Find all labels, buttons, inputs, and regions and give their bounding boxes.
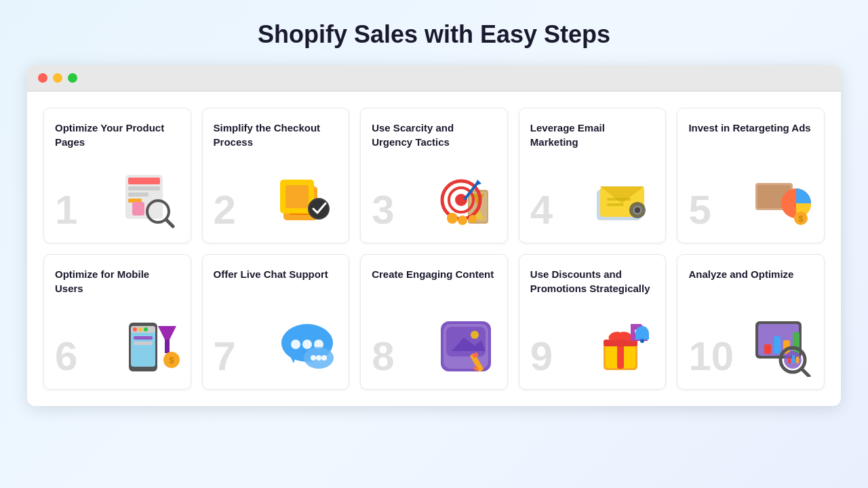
card-number-9: 9 (530, 336, 553, 377)
card-title-8: Create Engaging Content (372, 267, 496, 281)
card-number-8: 8 (372, 336, 394, 377)
svg-rect-86 (792, 355, 795, 363)
svg-point-64 (471, 331, 479, 339)
svg-point-25 (469, 215, 477, 223)
svg-marker-22 (475, 180, 481, 186)
card-number-10: 10 (688, 336, 734, 377)
svg-rect-30 (607, 203, 624, 206)
card-bottom-10: 10 (688, 309, 813, 377)
card-number-4: 4 (530, 190, 553, 230)
svg-point-76 (640, 339, 644, 343)
svg-rect-79 (764, 344, 771, 354)
page-title: Shopify Sales with Easy Steps (258, 20, 610, 49)
svg-point-44 (144, 327, 148, 331)
card-5: Invest in Retargeting Ads 5 $ (677, 108, 825, 243)
card-title-3: Use Scarcity and Urgency Tactics (372, 121, 496, 149)
traffic-light-green[interactable] (68, 73, 77, 83)
svg-point-53 (302, 340, 312, 349)
card-4: Leverage Email Marketing 4 (519, 108, 667, 243)
card-bottom-3: 3 (372, 163, 496, 230)
card-icon-10 (752, 316, 813, 377)
svg-point-58 (316, 355, 321, 361)
browser-window: Optimize Your Product Pages 1 Simplify t… (27, 65, 841, 406)
card-number-1: 1 (55, 190, 77, 230)
svg-point-42 (133, 327, 137, 331)
card-bottom-4: 4 (530, 163, 655, 230)
browser-toolbar (27, 65, 841, 92)
svg-rect-2 (128, 186, 160, 190)
svg-point-43 (138, 327, 142, 331)
svg-rect-87 (796, 357, 799, 363)
card-bottom-8: 8 (372, 309, 496, 377)
card-number-5: 5 (688, 190, 711, 230)
card-1: Optimize Your Product Pages 1 (43, 108, 191, 243)
card-6: Optimize for Mobile Users 6 $ (43, 254, 191, 390)
card-icon-4 (593, 169, 654, 230)
svg-rect-80 (774, 336, 781, 354)
svg-rect-1 (128, 178, 160, 184)
card-title-1: Optimize Your Product Pages (55, 121, 180, 149)
card-title-6: Optimize for Mobile Users (55, 267, 180, 296)
card-icon-8 (435, 316, 496, 377)
browser-content: Optimize Your Product Pages 1 Simplify t… (27, 92, 841, 406)
card-icon-7 (277, 316, 338, 377)
svg-point-24 (458, 216, 467, 225)
card-bottom-5: 5 $ (688, 163, 813, 230)
card-10: Analyze and Optimize 10 (677, 254, 825, 390)
cards-grid: Optimize Your Product Pages 1 Simplify t… (43, 108, 825, 390)
card-title-5: Invest in Retargeting Ads (688, 121, 813, 135)
card-icon-3 (435, 169, 496, 230)
card-bottom-1: 1 (55, 163, 180, 230)
svg-point-59 (321, 355, 327, 361)
svg-point-20 (455, 194, 467, 206)
card-bottom-6: 6 $ (55, 309, 180, 377)
svg-point-33 (635, 207, 640, 213)
svg-line-6 (166, 220, 173, 226)
card-icon-2 (277, 169, 338, 230)
svg-rect-48 (165, 340, 170, 353)
card-7: Offer Live Chat Support 7 (202, 254, 350, 390)
traffic-light-yellow[interactable] (53, 73, 62, 83)
card-title-7: Offer Live Chat Support (214, 267, 338, 281)
svg-line-88 (802, 369, 809, 376)
svg-rect-85 (788, 358, 791, 363)
svg-rect-45 (134, 336, 153, 340)
card-number-2: 2 (214, 190, 236, 230)
svg-rect-46 (134, 342, 153, 345)
card-title-2: Simplify the Checkout Process (214, 121, 338, 149)
card-title-4: Leverage Email Marketing (530, 121, 655, 149)
card-icon-5: $ (752, 169, 813, 230)
card-3: Use Scarcity and Urgency Tactics 3 (360, 108, 508, 243)
card-number-6: 6 (55, 336, 77, 377)
svg-point-57 (311, 355, 316, 361)
svg-rect-29 (607, 198, 631, 201)
card-icon-1 (119, 169, 180, 230)
card-number-7: 7 (214, 336, 236, 377)
card-bottom-7: 7 (214, 309, 338, 377)
card-icon-9: % (593, 316, 654, 377)
svg-text:$: $ (799, 214, 804, 224)
svg-marker-47 (158, 326, 176, 340)
card-number-3: 3 (372, 190, 394, 230)
card-2: Simplify the Checkout Process 2 (202, 108, 350, 243)
svg-rect-7 (132, 202, 144, 216)
traffic-light-red[interactable] (38, 73, 47, 83)
svg-point-13 (309, 199, 328, 218)
svg-point-23 (447, 213, 458, 224)
card-title-9: Use Discounts and Promotions Strategical… (530, 267, 655, 296)
card-bottom-2: 2 (214, 163, 338, 230)
card-9: Use Discounts and Promotions Strategical… (519, 254, 667, 390)
svg-rect-3 (128, 192, 149, 197)
card-8: Create Engaging Content 8 (360, 254, 508, 390)
card-bottom-9: 9 % (530, 309, 655, 377)
card-icon-6: $ (119, 316, 180, 377)
svg-point-52 (291, 340, 300, 349)
svg-rect-11 (285, 185, 309, 208)
svg-text:$: $ (169, 355, 174, 365)
card-title-10: Analyze and Optimize (688, 267, 813, 281)
